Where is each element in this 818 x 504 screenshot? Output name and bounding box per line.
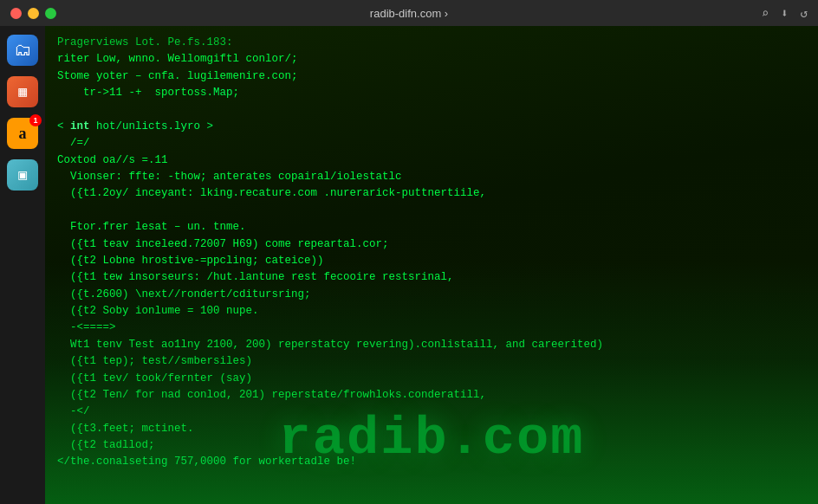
- files-icon: 🗂: [14, 40, 31, 61]
- titlebar: radib-difn.com › ⌕ ⬇ ↺: [0, 0, 818, 26]
- terminal-line: ({t1.2oy/ inceyant: lking.recature.com .…: [57, 185, 806, 202]
- notification-badge: 1: [29, 114, 42, 126]
- terminal-line: [57, 203, 806, 219]
- terminal-line: < int hot/unlicts.lyro >: [57, 119, 806, 135]
- minimize-button[interactable]: [28, 8, 39, 19]
- terminal-line: Vionser: ffte: -thow; anterates copairal…: [57, 169, 806, 185]
- window-title: radib-difn.com ›: [370, 7, 448, 20]
- terminal-line: riter Low, wnno. Wellomgiftl conlor/;: [57, 51, 806, 68]
- finder-icon: ▣: [18, 166, 27, 184]
- terminal-content: Pragerviews Lot. Pe.fs.183: riter Low, w…: [57, 35, 806, 471]
- terminal-line: Stome yoter – cnfa. lugilemenire.con;: [57, 68, 806, 85]
- close-button[interactable]: [10, 8, 22, 19]
- titlebar-actions: ⌕ ⬇ ↺: [762, 6, 808, 21]
- sidebar: 🗂 ▦ a 1 ▣: [0, 26, 45, 504]
- maximize-button[interactable]: [45, 8, 56, 19]
- main-layout: 🗂 ▦ a 1 ▣ Pragerviews Lot. Pe.fs.183: ri…: [0, 26, 818, 504]
- terminal-line: [57, 102, 806, 119]
- sidebar-icon-grid[interactable]: ▦: [7, 76, 38, 107]
- terminal-line: Coxtod oa//s =.11: [57, 152, 806, 169]
- terminal-line: Pragerviews Lot. Pe.fs.183:: [57, 35, 806, 51]
- terminal-line: ({t2 Soby ionlume = 100 nupe.: [57, 303, 806, 320]
- terminal-line: ({t2 tadllod;: [57, 437, 806, 454]
- terminal-line: ({t1 teav inceleed.72007 H69) come repea…: [57, 236, 806, 253]
- terminal-line: -<====>: [57, 320, 806, 336]
- terminal-line: ({t1 tew insorseurs: /hut.lantune rest f…: [57, 269, 806, 286]
- terminal-line: ({t1 tev/ took/fernter (say): [57, 371, 806, 387]
- terminal-line: ({t1 tep); test//smbersiles): [57, 353, 806, 370]
- grid-icon: ▦: [18, 83, 27, 100]
- terminal-line: ({t.2600) \next//rondert/cditursring;: [57, 287, 806, 303]
- amazon-letter: a: [19, 125, 27, 143]
- terminal-line: /=/: [57, 135, 806, 152]
- terminal-line: ({t2 Ten/ for nad conlod, 201) reperstat…: [57, 387, 806, 404]
- terminal-line: tr->11 -+ sportoss.Map;: [57, 85, 806, 101]
- window-controls[interactable]: [10, 8, 56, 19]
- terminal-line: ({t2 Lobne hrostive-=ppcling; cateice)): [57, 253, 806, 269]
- refresh-icon[interactable]: ↺: [801, 6, 808, 21]
- terminal-line: </the.conalseting 757,0000 for workertad…: [57, 454, 806, 470]
- search-icon[interactable]: ⌕: [762, 6, 769, 21]
- terminal-line: ({t3.feet; mctinet.: [57, 421, 806, 437]
- terminal-line: -</: [57, 404, 806, 420]
- download-icon[interactable]: ⬇: [781, 6, 788, 21]
- terminal-line: Wt1 tenv Test ao1lny 2100, 200) repersta…: [57, 337, 806, 353]
- terminal-window[interactable]: Pragerviews Lot. Pe.fs.183: riter Low, w…: [45, 26, 818, 504]
- sidebar-icon-files[interactable]: 🗂: [7, 35, 38, 66]
- sidebar-icon-amazon[interactable]: a 1: [7, 118, 38, 149]
- sidebar-icon-finder[interactable]: ▣: [7, 159, 38, 191]
- terminal-line: Ftor.frer lesat – un. tnme.: [57, 219, 806, 236]
